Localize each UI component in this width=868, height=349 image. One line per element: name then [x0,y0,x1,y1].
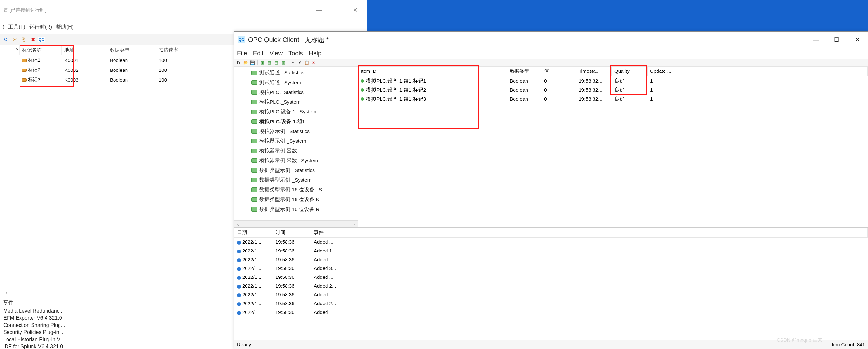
save-icon[interactable]: 💾 [249,60,255,66]
properties-icon[interactable]: ▥ [280,60,286,66]
tree-node-label: 数据类型示例.16 位设备.K [259,196,319,203]
minimize-button[interactable]: — [805,32,826,47]
tree-node-label: 数据类型示例.16 位设备.R [259,206,319,213]
menu-view[interactable]: View [269,50,283,57]
tree-node-label: 模拟PLC.设备 1.组1 [259,118,305,125]
tree-node[interactable]: 数据类型示例.16 位设备.R [235,204,358,214]
tree-node[interactable]: 数据类型示例._System [235,175,358,185]
maximize-button[interactable]: ☐ [826,32,847,47]
column-name[interactable]: 标记名称 [20,45,62,55]
menu-help[interactable]: Help [309,50,322,57]
item-row[interactable]: 模拟PLC.设备 1.组1.标记2Boolean019:58:32...良好1 [358,85,868,95]
add-server-icon[interactable]: ▣ [259,60,266,66]
folder-icon [251,90,257,95]
minimize-button[interactable]: — [310,4,328,16]
tree-node[interactable]: 测试通道._System [235,78,358,88]
log-row[interactable]: i2022/1...19:58:36Added ... [235,290,868,299]
paste-icon[interactable]: 📋 [304,60,310,66]
status-ready: Ready [237,342,251,347]
tree-node[interactable]: 模拟PLC.设备 1.组1 [235,117,358,127]
menu-file[interactable]: File [237,50,247,57]
menu-tools[interactable]: Tools [288,50,303,57]
copy-icon[interactable]: ⎘ [297,60,303,66]
info-icon: i [237,293,241,297]
tree-node[interactable]: 测试通道._Statistics [235,68,358,78]
log-header: 日期 时间 事件 [235,228,868,238]
copy-icon[interactable]: ⎘ [20,35,28,44]
log-row[interactable]: i2022/119:58:36Added [235,308,868,316]
sort-caret-icon[interactable]: ^ [13,45,20,55]
new-icon[interactable]: 🗋 [236,60,242,66]
column-item-id[interactable]: Item ID [358,67,492,76]
maximize-button[interactable]: ☐ [328,4,346,16]
scroll-left-icon[interactable]: ‹ [235,221,242,227]
folder-icon [251,178,257,182]
column-datatype[interactable]: 数据类型 [507,67,541,76]
status-item-count: Item Count: 841 [830,342,865,347]
tree-node[interactable]: 模拟器示例._System [235,136,358,146]
item-grid: Item ID 数据类型 值 Timesta... Quality Update… [358,67,868,228]
tree-node-label: 模拟PLC._System [259,99,301,106]
tree-node[interactable]: 模拟PLC._Statistics [235,88,358,97]
menu-edit[interactable]: Edit [253,50,264,57]
log-row[interactable]: i2022/1...19:58:36Added 3... [235,264,868,273]
cut-icon[interactable]: ✂ [10,35,19,44]
tree-node[interactable]: 数据类型示例.16 位设备._S [235,185,358,195]
menu-tools[interactable]: 工具(T) [7,23,26,32]
qc-icon[interactable]: QC [38,37,45,42]
column-event[interactable]: 事件 [311,228,868,237]
column-date[interactable]: 日期 [235,228,273,237]
scroll-left-icon[interactable]: ‹ [0,289,13,296]
cut-icon[interactable]: ✂ [290,60,296,66]
add-group-icon[interactable]: ▦ [266,60,272,66]
tree-node[interactable]: 数据类型示例._Statistics [235,165,358,175]
open-icon[interactable]: 📂 [243,60,248,66]
log-panel: 日期 时间 事件 i2022/1...19:58:36Added ...i202… [235,228,868,340]
tree-node-label: 模拟PLC.设备 1._System [259,108,316,115]
tree-node[interactable]: 模拟PLC.设备 1._System [235,107,358,117]
tree-node[interactable]: 模拟器示例._Statistics [235,127,358,136]
undo-icon[interactable]: ↺ [1,35,10,44]
add-item-icon[interactable]: ▤ [273,60,279,66]
folder-icon [251,109,257,114]
delete-icon[interactable]: ✖ [29,35,37,44]
info-icon: i [237,311,241,315]
menu-runtime[interactable]: 运行时(R) [28,23,53,32]
log-row[interactable]: i2022/1...19:58:36Added ... [235,238,868,246]
menu-help[interactable]: 帮助(H) [55,23,75,32]
folder-icon [251,197,257,202]
tree-node[interactable]: 数据类型示例.16 位设备.K [235,195,358,204]
scroll-right-icon[interactable]: › [350,221,358,227]
column-quality[interactable]: Quality [612,67,648,76]
folder-icon [251,139,257,143]
info-icon: i [237,258,241,262]
column-timestamp[interactable]: Timesta... [576,67,612,76]
log-row[interactable]: i2022/1...19:58:36Added 1... [235,246,868,255]
column-datatype[interactable]: 数据类型 [107,45,156,55]
log-row[interactable]: i2022/1...19:58:36Added ... [235,273,868,281]
tree-panel: 测试通道._Statistics测试通道._System模拟PLC._Stati… [235,67,358,228]
titlebar[interactable]: QC OPC Quick Client - 无标题 * — ☐ ✕ [235,32,868,48]
column-update[interactable]: Update ... [648,67,868,76]
column-address[interactable]: 地址 [62,45,107,55]
info-icon: i [237,250,241,253]
tree-horizontal-scrollbar[interactable]: ‹ › [235,220,358,228]
log-row[interactable]: i2022/1...19:58:36Added 2... [235,281,868,290]
log-row[interactable]: i2022/1...19:58:36Added ... [235,255,868,264]
tree-node[interactable]: 模拟器示例.函数 [235,146,358,155]
item-row[interactable]: 模拟PLC.设备 1.组1.标记3Boolean019:58:32...良好1 [358,95,868,104]
close-button[interactable]: ✕ [847,32,868,47]
status-dot-icon [361,98,364,101]
log-row[interactable]: i2022/1...19:58:36Added 2... [235,299,868,308]
tree-node[interactable]: 模拟PLC._System [235,97,358,107]
tag-icon [22,69,27,72]
tree-node[interactable]: 模拟器示例.函数._System [235,155,358,165]
item-row[interactable]: 模拟PLC.设备 1.组1.标记1Boolean019:58:32...良好1 [358,76,868,85]
folder-icon [251,100,257,104]
close-button[interactable]: ✕ [346,4,364,16]
folder-icon [251,71,257,75]
column-value[interactable]: 值 [541,67,576,76]
column-time[interactable]: 时间 [273,228,311,237]
app-icon: QC [238,36,245,43]
delete-icon[interactable]: ✖ [311,60,316,66]
